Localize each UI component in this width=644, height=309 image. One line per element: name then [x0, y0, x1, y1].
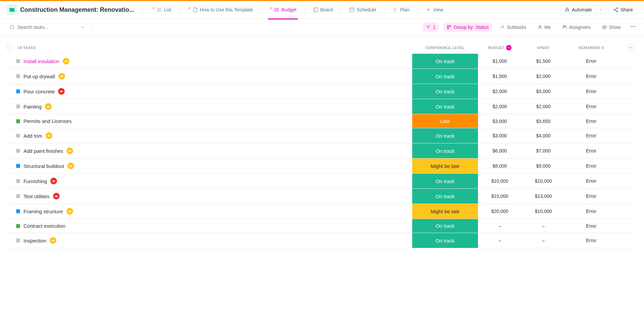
- remaining-cell[interactable]: Error: [565, 128, 617, 143]
- task-name[interactable]: Install insulation: [23, 58, 59, 64]
- status-square[interactable]: [16, 238, 20, 242]
- table-row[interactable]: ⋮⋮PaintingOn track$2,000$2,000Error: [7, 99, 634, 114]
- table-row[interactable]: ⋮⋮Pour concreteOn track$2,000$3,000Error: [7, 84, 634, 99]
- table-row[interactable]: ⋮⋮Test utilitiesOn track$15,000$13,000Er…: [7, 189, 634, 204]
- task-name[interactable]: Structural buildout: [23, 163, 64, 169]
- group-by-chip[interactable]: Group by: Status: [443, 23, 492, 32]
- status-square[interactable]: [16, 224, 20, 228]
- status-square[interactable]: [16, 104, 20, 108]
- tab-add-view[interactable]: View: [422, 4, 447, 15]
- task-name[interactable]: Test utilities: [23, 193, 50, 199]
- remaining-cell[interactable]: Error: [565, 189, 617, 204]
- budget-cell[interactable]: –: [478, 233, 522, 248]
- task-cell[interactable]: Framing structure: [7, 204, 412, 219]
- budget-cell[interactable]: –: [478, 219, 522, 233]
- table-row[interactable]: ⋮⋮FurnishingOn track$10,000$10,000Error: [7, 174, 634, 189]
- search-input[interactable]: [17, 25, 78, 30]
- confidence-cell[interactable]: On track: [412, 219, 478, 233]
- collapse-button[interactable]: [7, 44, 13, 51]
- table-row[interactable]: ⋮⋮Add trimOn track$3,000$4,000Error: [7, 128, 634, 143]
- status-square[interactable]: [16, 59, 20, 63]
- status-square[interactable]: [16, 134, 20, 138]
- status-square[interactable]: [16, 209, 20, 213]
- confidence-cell[interactable]: Might be late: [412, 204, 478, 219]
- remaining-cell[interactable]: Error: [565, 174, 617, 188]
- automate-button[interactable]: Automate: [560, 4, 596, 15]
- remaining-cell[interactable]: Error: [565, 219, 617, 233]
- task-cell[interactable]: Inspection: [7, 233, 412, 248]
- budget-cell[interactable]: $6,000: [478, 143, 522, 158]
- budget-cell[interactable]: $3,000: [478, 114, 522, 128]
- confidence-cell[interactable]: On track: [412, 69, 478, 84]
- priority-badge[interactable]: [63, 58, 69, 64]
- confidence-cell[interactable]: On track: [412, 189, 478, 204]
- table-row[interactable]: ⋮⋮Structural buildoutMight be late$8,000…: [7, 159, 634, 174]
- budget-cell[interactable]: $15,000: [478, 189, 522, 204]
- spent-cell[interactable]: $4,000: [522, 128, 565, 143]
- budget-cell[interactable]: $8,000: [478, 159, 522, 173]
- task-name[interactable]: Furnishing: [23, 178, 47, 184]
- tab-howto[interactable]: How to Use this Template: [184, 4, 257, 15]
- task-cell[interactable]: Furnishing: [7, 174, 412, 188]
- status-square[interactable]: [16, 164, 20, 168]
- spent-cell[interactable]: $13,000: [522, 189, 565, 204]
- priority-badge[interactable]: [53, 193, 60, 200]
- confidence-cell[interactable]: On track: [412, 143, 478, 158]
- spent-cell[interactable]: $3,000: [522, 84, 565, 99]
- remaining-cell[interactable]: Error: [565, 143, 617, 158]
- budget-cell[interactable]: $1,000: [478, 54, 522, 69]
- remaining-cell[interactable]: Error: [565, 204, 617, 219]
- folder-icon[interactable]: [7, 4, 17, 15]
- share-button[interactable]: Share: [609, 4, 637, 15]
- table-row[interactable]: ⋮⋮Permits and LicensesLate$3,000$3,650Er…: [7, 114, 634, 128]
- remaining-cell[interactable]: Error: [565, 54, 617, 69]
- task-cell[interactable]: Contract execution: [7, 219, 412, 233]
- spent-cell[interactable]: $9,000: [522, 159, 565, 173]
- priority-badge[interactable]: [46, 132, 52, 139]
- task-name[interactable]: Pour concrete: [23, 89, 55, 94]
- priority-badge[interactable]: [58, 73, 65, 80]
- col-remaining[interactable]: REMAINING $: [565, 46, 617, 50]
- tab-list[interactable]: List: [148, 4, 175, 15]
- task-cell[interactable]: Permits and Licenses: [7, 114, 412, 128]
- budget-cell[interactable]: $2,000: [478, 84, 522, 99]
- page-title[interactable]: Construction Management: Renovatio...: [20, 6, 134, 13]
- more-button[interactable]: [629, 22, 637, 32]
- spent-cell[interactable]: –: [522, 233, 565, 248]
- task-name[interactable]: Painting: [23, 104, 42, 109]
- table-row[interactable]: ⋮⋮Contract executionOn track––Error: [7, 219, 634, 233]
- task-name[interactable]: Add paint finishes: [23, 148, 63, 154]
- spent-cell[interactable]: $10,000: [522, 204, 565, 219]
- confidence-cell[interactable]: On track: [412, 54, 478, 69]
- priority-badge[interactable]: [50, 237, 56, 244]
- remaining-cell[interactable]: Error: [565, 99, 617, 114]
- status-square[interactable]: [16, 119, 20, 123]
- budget-cell[interactable]: $20,000: [478, 204, 522, 219]
- automate-dropdown[interactable]: [596, 5, 606, 14]
- task-name[interactable]: Inspection: [23, 238, 46, 244]
- task-name[interactable]: Put up drywall: [23, 74, 55, 79]
- filter-chip[interactable]: 1: [423, 23, 439, 32]
- task-cell[interactable]: Add paint finishes: [7, 143, 412, 158]
- budget-cell[interactable]: $10,000: [478, 174, 522, 188]
- task-name[interactable]: Add trim: [23, 133, 42, 139]
- remaining-cell[interactable]: Error: [565, 69, 617, 84]
- subtasks-chip[interactable]: Subtasks: [497, 23, 530, 32]
- task-cell[interactable]: Structural buildout: [7, 159, 412, 173]
- status-square[interactable]: [16, 89, 20, 93]
- spent-cell[interactable]: $3,650: [522, 114, 565, 128]
- task-name[interactable]: Permits and Licenses: [23, 118, 71, 124]
- budget-cell[interactable]: $2,000: [478, 99, 522, 114]
- priority-badge[interactable]: [45, 103, 52, 110]
- remaining-cell[interactable]: Error: [565, 114, 617, 128]
- spent-cell[interactable]: $2,000: [522, 99, 565, 114]
- assignees-chip[interactable]: Assignees: [559, 23, 594, 32]
- priority-badge[interactable]: [58, 88, 65, 95]
- confidence-cell[interactable]: On track: [412, 128, 478, 143]
- spent-cell[interactable]: $1,500: [522, 54, 565, 69]
- confidence-cell[interactable]: Might be late: [412, 159, 478, 173]
- table-row[interactable]: ⋮⋮InspectionOn track––Error: [7, 233, 634, 248]
- confidence-cell[interactable]: Late: [412, 114, 478, 128]
- remaining-cell[interactable]: Error: [565, 84, 617, 99]
- priority-badge[interactable]: [67, 163, 74, 169]
